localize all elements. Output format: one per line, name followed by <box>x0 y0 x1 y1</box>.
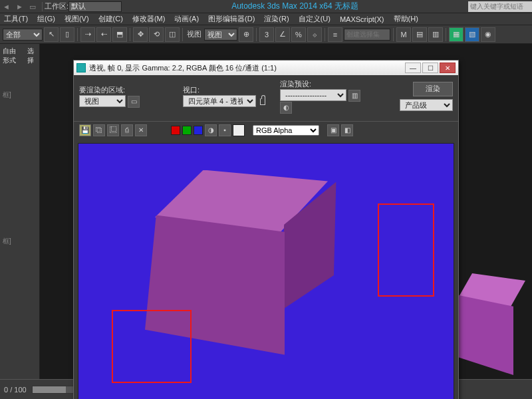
curve-editor-icon[interactable]: ▦ <box>449 27 464 42</box>
menu-rendering[interactable]: 渲染(R) <box>264 14 289 24</box>
red-channel-toggle[interactable] <box>171 126 180 135</box>
help-search-input[interactable] <box>468 1 532 12</box>
green-channel-toggle[interactable] <box>182 126 192 135</box>
tab-freeform[interactable]: 自由形式 <box>3 47 21 65</box>
menu-create[interactable]: 创建(C) <box>98 14 123 24</box>
workspace-selector[interactable] <box>68 1 122 12</box>
axis-label-1: 框] <box>3 90 11 100</box>
clone-image-icon[interactable]: ⿺ <box>107 124 119 136</box>
select-icon[interactable]: ▯ <box>60 27 74 42</box>
mono-toggle[interactable]: ▪ <box>219 124 231 136</box>
menu-modifiers[interactable]: 修改器(M) <box>132 14 166 24</box>
alpha-channel-toggle[interactable]: ◑ <box>205 124 217 136</box>
render-output-image[interactable] <box>78 143 454 400</box>
history-back-icon[interactable]: ◄ <box>3 3 11 11</box>
timeline-pos: 0 / 100 <box>4 386 27 394</box>
menu-group[interactable]: 组(G) <box>37 14 55 24</box>
copy-image-icon[interactable]: ⿻ <box>93 124 105 136</box>
region-icon[interactable]: ▭ <box>128 96 140 108</box>
workspace-label: 工作区: <box>45 1 68 11</box>
selection-set-input[interactable] <box>344 29 390 41</box>
app-title: Autodesk 3ds Max 2014 x64 无标题 <box>122 1 468 12</box>
spinner-snap-icon[interactable]: ⟐ <box>307 27 322 42</box>
align-icon[interactable]: ▤ <box>412 27 427 42</box>
pivot-icon[interactable]: ⊕ <box>239 27 253 42</box>
selection-scope-select[interactable]: 全部 <box>3 29 43 41</box>
menu-tools[interactable]: 工具(T) <box>4 14 28 24</box>
viewport-object-cube[interactable] <box>459 273 532 380</box>
product-select[interactable]: 产品级 <box>400 99 453 111</box>
menu-animation[interactable]: 动画(A) <box>174 14 199 24</box>
render-button[interactable]: 渲染 <box>413 82 453 96</box>
menu-maxscript[interactable]: MAXScript(X) <box>340 15 384 23</box>
layers-icon[interactable]: ▥ <box>428 27 443 42</box>
close-button[interactable]: ✕ <box>440 63 456 73</box>
menu-grapheditors[interactable]: 图形编辑器(D) <box>208 14 255 24</box>
lock-icon[interactable] <box>260 98 265 105</box>
ref-coord-select[interactable]: 视图 <box>204 29 237 41</box>
area-select[interactable]: 视图 <box>79 95 126 107</box>
snap-toggle-icon[interactable]: 3 <box>259 27 274 42</box>
viewport-select[interactable]: 四元菜单 4 - 透视 <box>183 95 256 107</box>
render-controls: 要渲染的区域: 视图 ▭ 视口: 四元菜单 4 - 透视 渲染预设: -----… <box>74 75 458 121</box>
menu-customize[interactable]: 自定义(U) <box>299 14 331 24</box>
angle-snap-icon[interactable]: ∠ <box>275 27 290 42</box>
split-icon[interactable]: ◧ <box>341 124 353 136</box>
render-window-title: 透视, 帧 0, 显示 Gamma: 2.2, RGBA 颜色 16 位/通道 … <box>89 63 277 73</box>
history-fwd-icon[interactable]: ► <box>16 3 24 11</box>
overlay-icon[interactable]: ▣ <box>327 124 339 136</box>
preset-label: 渲染预设: <box>280 80 311 88</box>
viewport-label: 视口: <box>183 86 200 94</box>
move-icon[interactable]: ✥ <box>133 27 148 42</box>
minimize-button[interactable]: — <box>405 63 421 73</box>
scale-icon[interactable]: ◫ <box>165 27 180 42</box>
ref-coord-label: 视图 <box>187 29 201 39</box>
maximize-button[interactable]: ☐ <box>422 63 438 73</box>
mirror-icon[interactable]: M <box>396 27 411 42</box>
preset-load-icon[interactable]: ▥ <box>348 90 360 102</box>
channel-select[interactable]: RGB Alpha <box>253 125 319 136</box>
percent-snap-icon[interactable]: % <box>291 27 306 42</box>
area-label: 要渲染的区域: <box>79 86 125 94</box>
link-icon[interactable]: ⇢ <box>80 27 95 42</box>
save-image-icon[interactable]: 💾 <box>79 124 91 136</box>
render-window-icon <box>76 63 86 72</box>
ribbon-panel: 自由形式 选择 框] 框] <box>0 44 40 399</box>
named-sel-icon[interactable]: ≡ <box>328 27 342 42</box>
rendered-frame-window: 透视, 帧 0, 显示 Gamma: 2.2, RGBA 颜色 16 位/通道 … <box>73 60 459 399</box>
menu-view[interactable]: 视图(V) <box>65 14 89 24</box>
bind-icon[interactable]: ⬒ <box>112 27 127 42</box>
annotation-box-1 <box>112 310 192 383</box>
annotation-box-2 <box>378 203 434 297</box>
menu-help[interactable]: 帮助(H) <box>394 14 418 24</box>
preset-env-icon[interactable]: ◐ <box>280 102 292 114</box>
render-image-toolbar: 💾 ⿻ ⿺ ⎙ ✕ ◑ ▪ RGB Alpha ▣ ◧ <box>74 121 458 139</box>
menubar: 工具(T) 组(G) 视图(V) 创建(C) 修改器(M) 动画(A) 图形编辑… <box>0 13 532 25</box>
rotate-icon[interactable]: ⟲ <box>149 27 164 42</box>
arrow-cursor-icon[interactable]: ↖ <box>44 27 59 42</box>
clear-icon[interactable]: ✕ <box>135 124 147 136</box>
bg-swatch[interactable] <box>233 124 245 136</box>
schematic-icon[interactable]: ▧ <box>465 27 479 42</box>
blue-channel-toggle[interactable] <box>194 126 203 135</box>
material-editor-icon[interactable]: ◉ <box>481 27 495 42</box>
render-window-titlebar[interactable]: 透视, 帧 0, 显示 Gamma: 2.2, RGBA 颜色 16 位/通道 … <box>74 61 458 75</box>
app-titlebar: ◄ ► ▭ 工作区: Autodesk 3ds Max 2014 x64 无标题 <box>0 0 532 13</box>
tab-selection[interactable]: 选择 <box>27 47 37 65</box>
main-toolbar: 全部 ↖ ▯ ⇢ ⇠ ⬒ ✥ ⟲ ◫ 视图 视图 ⊕ 3 ∠ % ⟐ ≡ M ▤… <box>0 25 532 44</box>
axis-label-2: 框] <box>3 237 11 246</box>
print-icon[interactable]: ⎙ <box>121 124 133 136</box>
preset-select[interactable]: ----------------- <box>280 89 346 101</box>
open-icon[interactable]: ▭ <box>29 3 37 11</box>
unlink-icon[interactable]: ⇠ <box>96 27 111 42</box>
